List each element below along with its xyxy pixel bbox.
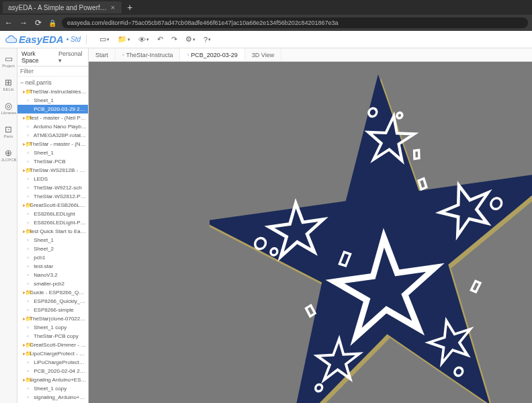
tree-item[interactable]: ▫ NanoV3.2 bbox=[17, 271, 88, 279]
rail-parts[interactable]: ⊡Parts bbox=[1, 122, 16, 141]
rail-project[interactable]: ▭Project bbox=[1, 51, 16, 71]
tree-item[interactable]: ▫ Sheet_1 bbox=[17, 96, 88, 105]
sidebar: Work Space Personal ▾ − neil.parris ▸📁 T… bbox=[17, 48, 89, 403]
tree-item[interactable]: ▫ Sheet_1 bbox=[17, 148, 88, 157]
tree-item[interactable]: ▸📁 test Quick Start to EasyEDA - mast bbox=[17, 227, 88, 236]
tree-item[interactable]: ▫ Sheet_1 bbox=[17, 236, 88, 244]
svg-rect-8 bbox=[418, 179, 427, 189]
tree-item[interactable]: ▫ signaling_Arduino+ESP8266+SI bbox=[17, 393, 88, 402]
tree-item[interactable]: ▸📁 TheStar-Instructables - master - (N bbox=[17, 87, 88, 96]
url-bar[interactable]: easyeda.com/editor#id=75ac05cb87ad47cb08… bbox=[62, 17, 528, 28]
svg-rect-9 bbox=[414, 150, 419, 159]
tree-item[interactable]: ▫ TheStar-PCB copy bbox=[17, 332, 88, 341]
logo-text: EasyEDA bbox=[19, 34, 64, 45]
tree-item[interactable]: ▫ TheStar-W9212-sch bbox=[17, 183, 88, 192]
doc-tab[interactable]: ▫PCB_2020-03-29 bbox=[180, 48, 245, 61]
close-tab-icon[interactable]: × bbox=[111, 3, 115, 11]
tree-item[interactable]: ▫ PCB_2020-03-29 22:38:17 bbox=[17, 105, 88, 114]
tree-item[interactable]: ▫ Sheet_1 copy bbox=[17, 384, 88, 393]
tree-item[interactable]: ▸📁 signaling Arduino+ESP8266+SIM8 bbox=[17, 375, 88, 384]
svg-rect-10 bbox=[471, 281, 480, 292]
doc-tab[interactable]: 3D View bbox=[245, 48, 281, 61]
tree-item[interactable]: ▫ LiPoChargeProtectBoost bbox=[17, 358, 88, 367]
tree-item[interactable]: ▸📁 Guide - ESP8266_Quickly Design bbox=[17, 288, 88, 297]
tree-item[interactable]: ▫ TheStar-PCB bbox=[17, 157, 88, 166]
project-tree[interactable]: − neil.parris ▸📁 TheStar-Instructables -… bbox=[17, 77, 88, 403]
forward-icon[interactable]: → bbox=[19, 18, 28, 28]
left-rail: ▭Project⊞EELib◎Libraries⊡Parts⊕JLCPCB bbox=[0, 48, 17, 403]
tree-item[interactable]: ▸📁 GreatScott-Dimmer - master - (Nei bbox=[17, 341, 88, 349]
tree-item[interactable]: ▫ Sheet_1 copy bbox=[17, 323, 88, 332]
tree-item[interactable]: ▫ ES8266LEDLight-PCB bbox=[17, 218, 88, 227]
back-icon[interactable]: ← bbox=[4, 18, 13, 28]
tree-item[interactable]: ▸📁 TheStar - master - (Neil Parris) bbox=[17, 140, 88, 148]
3d-viewport[interactable] bbox=[89, 62, 532, 403]
reload-icon[interactable]: ⟳ bbox=[34, 18, 43, 28]
new-tab-icon[interactable]: + bbox=[122, 2, 138, 13]
rail-jlcpcb[interactable]: ⊕JLCPCB bbox=[1, 145, 16, 165]
tree-item[interactable]: ▫ PCB_2020-02-04 23:37:14 bbox=[17, 367, 88, 375]
cloud-icon bbox=[5, 34, 17, 46]
svg-point-4 bbox=[397, 112, 402, 118]
doc-tab[interactable]: ▫TheStar-Instructa bbox=[116, 48, 180, 61]
svg-rect-11 bbox=[306, 306, 315, 316]
tree-root[interactable]: − neil.parris bbox=[17, 78, 88, 87]
toolbar-gear-icon[interactable]: ⚙▾ bbox=[183, 34, 198, 45]
rail-libraries[interactable]: ◎Libraries bbox=[1, 98, 16, 118]
tree-item[interactable]: ▫ ATMEGA328P-rotation-test bbox=[17, 131, 88, 140]
tree-item[interactable]: ▫ ESP8266_Quickly_Design bbox=[17, 297, 88, 306]
filter-input[interactable] bbox=[17, 66, 88, 77]
app-logo[interactable]: EasyEDA • Std bbox=[5, 34, 81, 46]
toolbar-undo-icon[interactable]: ↶ bbox=[154, 34, 166, 45]
tree-item[interactable]: ▸📁 TheStar-WS2812B - master - (Nei bbox=[17, 166, 88, 175]
pcb-3d-model bbox=[210, 69, 532, 403]
tree-item[interactable]: ▸📁 test - master - (Neil Parris) bbox=[17, 114, 88, 122]
tree-item[interactable]: ▫ test-star bbox=[17, 262, 88, 271]
toolbar-redo-icon[interactable]: ↷ bbox=[169, 34, 180, 45]
browser-tab[interactable]: asyEDA - A Simple and Powerf… × bbox=[3, 1, 122, 13]
tree-item[interactable]: ▸📁 GreatScott-ESB266LEDLight - mas bbox=[17, 201, 88, 210]
lock-icon: 🔒 bbox=[48, 19, 56, 27]
tree-item[interactable]: ▫ Sheet_2 bbox=[17, 244, 88, 253]
toolbar-help-icon[interactable]: ?▾ bbox=[201, 34, 214, 45]
logo-suffix: • Std bbox=[66, 36, 81, 43]
doc-tab[interactable]: Start bbox=[89, 48, 116, 61]
tree-item[interactable]: ▸📁 LipoChargeProtect - master - (Nei bbox=[17, 349, 88, 358]
toolbar-folder-icon[interactable]: 📁▾ bbox=[115, 34, 133, 45]
rail-eelib[interactable]: ⊞EELib bbox=[1, 75, 16, 94]
tab-personal[interactable]: Personal ▾ bbox=[54, 48, 88, 66]
toolbar-eye-icon[interactable]: 👁▾ bbox=[136, 34, 152, 45]
tree-item[interactable]: ▫ ESP8266-simple bbox=[17, 306, 88, 314]
tab-title: asyEDA - A Simple and Powerf… bbox=[8, 4, 107, 11]
toolbar-file-icon[interactable]: ▭▾ bbox=[97, 34, 112, 45]
tab-workspace[interactable]: Work Space bbox=[17, 48, 54, 66]
tree-item[interactable]: ▫ LEDS bbox=[17, 175, 88, 183]
document-tabs: Start▫TheStar-Instructa▫PCB_2020-03-293D… bbox=[89, 48, 532, 62]
tree-item[interactable]: ▫ smaller-pcb2 bbox=[17, 279, 88, 288]
tree-item[interactable]: ▸📁 TheStar(clone-07022020) - master- bbox=[17, 314, 88, 323]
tree-item[interactable]: ▫ Arduino Nano Playboard bbox=[17, 122, 88, 131]
tree-item[interactable]: ▫ TheStar-WS2812-PCB bbox=[17, 192, 88, 201]
tree-item[interactable]: ▫ pcb1 bbox=[17, 253, 88, 262]
tree-item[interactable]: ▫ ES8266LEDLight bbox=[17, 210, 88, 218]
